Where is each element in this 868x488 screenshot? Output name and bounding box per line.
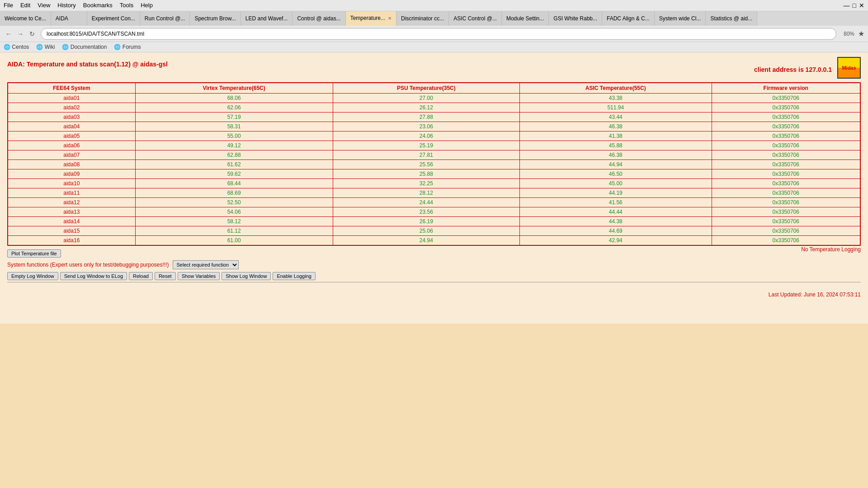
data-cell: 68.06	[135, 94, 333, 103]
tab-asic[interactable]: ASIC Control @...	[449, 11, 502, 26]
data-cell: 0x3350706	[712, 198, 860, 207]
system-name-cell: aida14	[8, 217, 135, 226]
system-name-cell: aida09	[8, 169, 135, 179]
col-header-virtex: Virtex Temperature(65C)	[135, 83, 333, 94]
tab-runcontrol[interactable]: Run Control @...	[140, 11, 190, 26]
empty-log-button[interactable]: Empty Log Window	[7, 272, 58, 280]
show-variables-button[interactable]: Show Variables	[178, 272, 220, 280]
data-cell: 27.00	[333, 94, 519, 103]
data-cell: 68.69	[135, 188, 333, 198]
data-cell: 0x3350706	[712, 131, 860, 141]
plot-temperature-button[interactable]: Plot Temperature file	[7, 249, 61, 258]
data-cell: 25.19	[333, 141, 519, 150]
col-header-firmware: Firmware version	[712, 83, 860, 94]
bookmark-forums[interactable]: 🌐 Forums	[114, 44, 141, 50]
tab-statistics[interactable]: Statistics @ aid...	[706, 11, 757, 26]
reset-button[interactable]: Reset	[155, 272, 176, 280]
client-address: client address is 127.0.0.1	[754, 66, 832, 73]
bookmark-star-icon[interactable]: ★	[858, 29, 864, 38]
data-cell: 43.44	[519, 113, 712, 122]
data-cell: 26.19	[333, 217, 519, 226]
data-cell: 0x3350706	[712, 226, 860, 236]
forward-button[interactable]: →	[15, 29, 25, 39]
menu-view[interactable]: View	[38, 2, 50, 9]
tab-spectrum[interactable]: Spectrum Brow...	[190, 11, 241, 26]
data-cell: 59.62	[135, 169, 333, 179]
reload-button[interactable]: Reload	[129, 272, 153, 280]
data-cell: 0x3350706	[712, 169, 860, 179]
tab-temperature[interactable]: Temperature... ✕	[346, 11, 396, 26]
col-header-asic: ASIC Temperature(55C)	[519, 83, 712, 94]
table-row: aida1661.0024.9442.940x3350706	[8, 236, 860, 246]
tab-discriminator[interactable]: Discriminator cc...	[396, 11, 449, 26]
function-select[interactable]: Select required function	[173, 260, 239, 269]
data-cell: 41.38	[519, 131, 712, 141]
tab-fadc[interactable]: FADC Align & C...	[602, 11, 655, 26]
tabs-bar: Welcome to Ce... AIDA Experiment Con... …	[0, 11, 868, 26]
table-row: aida0168.0627.0043.380x3350706	[8, 94, 860, 103]
data-cell: 62.06	[135, 103, 333, 113]
system-name-cell: aida05	[8, 131, 135, 141]
system-name-cell: aida02	[8, 103, 135, 113]
tab-module[interactable]: Module Settin...	[502, 11, 549, 26]
tab-close-icon[interactable]: ✕	[388, 16, 392, 21]
url-input[interactable]: localhost:8015/AIDA/TSCAN/TSCAN.tml	[41, 28, 836, 40]
minimize-button[interactable]: —	[844, 2, 850, 9]
data-cell: 27.88	[333, 113, 519, 122]
table-row: aida0861.6225.5644.940x3350706	[8, 160, 860, 169]
browser-chrome: File Edit View History Bookmarks Tools H…	[0, 0, 868, 52]
system-name-cell: aida16	[8, 236, 135, 246]
action-buttons-row: Empty Log Window Send Log Window to ELog…	[7, 272, 861, 280]
system-name-cell: aida06	[8, 141, 135, 150]
data-cell: 0x3350706	[712, 160, 860, 169]
data-cell: 43.38	[519, 94, 712, 103]
tab-experiment[interactable]: Experiment Con...	[87, 11, 140, 26]
tab-control[interactable]: Control @ aidas...	[292, 11, 345, 26]
system-name-cell: aida03	[8, 113, 135, 122]
data-cell: 0x3350706	[712, 179, 860, 188]
data-cell: 46.50	[519, 169, 712, 179]
data-cell: 44.69	[519, 226, 712, 236]
send-log-button[interactable]: Send Log Window to ELog	[60, 272, 127, 280]
tab-aida[interactable]: AIDA	[51, 11, 87, 26]
bookmark-wiki[interactable]: 🌐 Wiki	[36, 44, 55, 50]
menu-edit[interactable]: Edit	[20, 2, 30, 9]
table-row: aida0555.0024.0641.380x3350706	[8, 131, 860, 141]
menu-history[interactable]: History	[57, 2, 75, 9]
system-name-cell: aida13	[8, 207, 135, 217]
bookmark-centos[interactable]: 🌐 Centos	[4, 44, 29, 50]
data-cell: 24.06	[333, 131, 519, 141]
maximize-button[interactable]: □	[853, 2, 856, 9]
data-cell: 23.06	[333, 122, 519, 131]
menu-help[interactable]: Help	[141, 2, 153, 9]
menu-tools[interactable]: Tools	[120, 2, 133, 9]
data-cell: 44.94	[519, 160, 712, 169]
data-cell: 58.12	[135, 217, 333, 226]
data-cell: 32.25	[333, 179, 519, 188]
close-button[interactable]: ✕	[859, 2, 864, 9]
table-row: aida1252.5024.4441.560x3350706	[8, 198, 860, 207]
bookmark-documentation[interactable]: 🌐 Documentation	[62, 44, 107, 50]
system-name-cell: aida01	[8, 94, 135, 103]
tab-led[interactable]: LED and Wavef...	[241, 11, 293, 26]
system-functions-row: System functions (Expert users only for …	[7, 260, 861, 269]
system-name-cell: aida12	[8, 198, 135, 207]
reload-button[interactable]: ↻	[27, 29, 37, 39]
data-cell: 54.06	[135, 207, 333, 217]
data-cell: 24.44	[333, 198, 519, 207]
tab-system[interactable]: System wide Cl...	[655, 11, 706, 26]
data-cell: 0x3350706	[712, 113, 860, 122]
data-cell: 0x3350706	[712, 122, 860, 131]
tab-gsi[interactable]: GSI White Rabb...	[549, 11, 602, 26]
show-log-button[interactable]: Show Log Window	[222, 272, 271, 280]
data-cell: 46.38	[519, 122, 712, 131]
back-button[interactable]: ←	[4, 29, 14, 39]
data-cell: 511.94	[519, 103, 712, 113]
col-header-system: FEE64 System	[8, 83, 135, 94]
menu-file[interactable]: File	[4, 2, 13, 9]
data-cell: 0x3350706	[712, 217, 860, 226]
tab-welcome[interactable]: Welcome to Ce...	[0, 11, 51, 26]
enable-logging-button[interactable]: Enable Logging	[273, 272, 315, 280]
data-cell: 55.00	[135, 131, 333, 141]
menu-bookmarks[interactable]: Bookmarks	[83, 2, 113, 9]
